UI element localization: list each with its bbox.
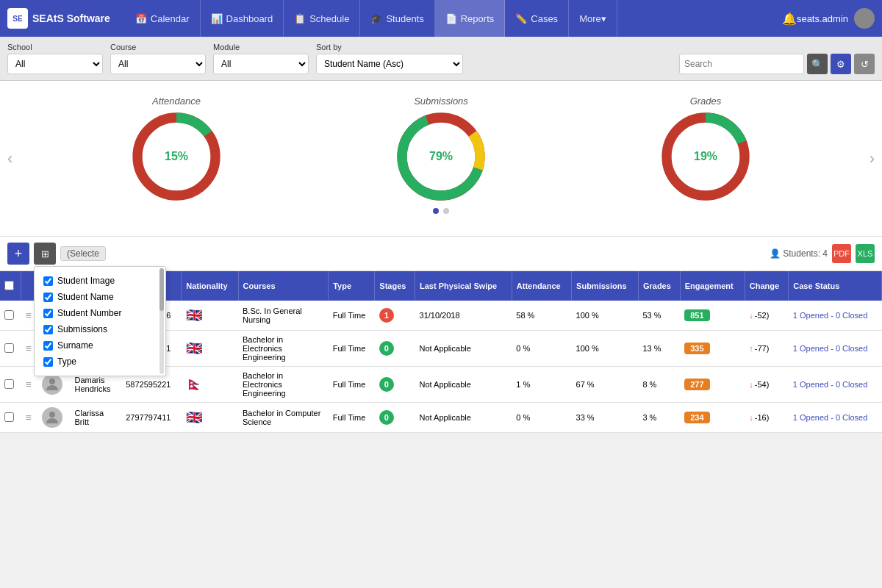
col-checkbox-student-image[interactable] [43, 276, 53, 286]
row-student-number: 2797797411 [121, 403, 182, 433]
col-checkbox-student-number[interactable] [43, 309, 53, 318]
carousel-next-button[interactable]: › [870, 149, 875, 168]
col-option-surname[interactable]: Surname [35, 337, 165, 354]
svg-point-9 [49, 379, 55, 384]
th-grades: Grades [638, 271, 680, 301]
col-option-student-image[interactable]: Student Image [35, 273, 165, 289]
sortby-filter-group: Sort by Student Name (Asc) [316, 43, 463, 74]
carousel-prev-button[interactable]: ‹ [7, 149, 12, 168]
nav-item-reports[interactable]: 📄 Reports [435, 0, 506, 37]
bell-icon[interactable]: 🔔 [782, 12, 797, 26]
toolbar: + ⊞ Student Image Student Name Student N… [0, 237, 882, 271]
nav-item-students[interactable]: 🎓 Students [360, 0, 434, 37]
search-button[interactable]: 🔍 [807, 54, 828, 74]
row-grades: 13 % [638, 331, 680, 367]
case-status-link[interactable]: 1 Opened - 0 Closed [793, 344, 868, 353]
selected-badge: (Selecte [60, 246, 106, 261]
row-engagement: 335 [680, 331, 745, 367]
col-option-student-name[interactable]: Student Name [35, 289, 165, 305]
row-stage: 0 [375, 331, 415, 367]
row-change: ↓ -54) [745, 367, 788, 403]
engagement-badge: 277 [684, 379, 709, 390]
row-checkbox[interactable] [4, 412, 14, 422]
case-status-link[interactable]: 1 Opened - 0 Closed [793, 413, 868, 422]
th-attendance: Attendance [512, 271, 571, 301]
nav-item-cases[interactable]: ✏️ Cases [505, 0, 569, 37]
nav-item-dashboard[interactable]: 📊 Dashboard [201, 0, 284, 37]
grades-donut: 19% [662, 112, 750, 201]
row-checkbox[interactable] [4, 379, 14, 389]
row-engagement: 851 [680, 301, 745, 331]
engagement-badge: 851 [684, 309, 709, 321]
nav-dashboard-label: Dashboard [226, 13, 273, 24]
col-option-student-number[interactable]: Student Number [35, 305, 165, 321]
change-number: -52) [755, 311, 770, 320]
pdf-button[interactable]: PDF [832, 244, 851, 263]
row-case-status: 1 Opened - 0 Closed [789, 403, 882, 433]
search-group: 🔍 ⚙ ↺ [679, 54, 875, 74]
row-avatar-cell [37, 403, 71, 433]
case-status-link[interactable]: 1 Opened - 0 Closed [793, 380, 868, 389]
carousel: ‹ Attendance 15% Submissions 79% [0, 81, 882, 237]
row-checkbox[interactable] [4, 343, 14, 353]
sortby-select[interactable]: Student Name (Asc) [316, 54, 463, 74]
nav-username: seats.admin [797, 13, 848, 24]
th-engagement: Engagement [680, 271, 745, 301]
col-checkbox-type[interactable] [43, 357, 53, 367]
stage-badge: 1 [379, 308, 394, 323]
select-all-checkbox[interactable] [4, 281, 14, 290]
brand: SE SEAtS Software [7, 8, 110, 29]
row-last-swipe: Not Applicable [415, 403, 512, 433]
row-grades: 3 % [638, 403, 680, 433]
filter-button[interactable]: ⚙ [831, 54, 851, 74]
row-checkbox-cell [0, 301, 21, 331]
col-label-student-number: Student Number [57, 308, 121, 318]
reset-button[interactable]: ↺ [854, 54, 875, 74]
col-checkbox-student-name[interactable] [43, 293, 53, 302]
th-change: Change [745, 271, 788, 301]
carousel-dots [44, 208, 838, 214]
change-value: ↓ -52) [749, 311, 784, 320]
col-checkbox-surname[interactable] [43, 341, 53, 351]
col-checkbox-submissions[interactable] [43, 325, 53, 334]
nav-item-schedule[interactable]: 📋 Schedule [284, 0, 360, 37]
th-case-status: Case Status [789, 271, 882, 301]
add-button[interactable]: + [7, 243, 29, 265]
col-option-type[interactable]: Type [35, 354, 165, 370]
change-number: -54) [755, 380, 770, 389]
school-select[interactable]: All [7, 54, 103, 74]
row-courses: B.Sc. In General Nursing [238, 301, 329, 331]
search-input[interactable] [679, 54, 804, 74]
schedule-icon: 📋 [294, 13, 306, 24]
dashboard-icon: 📊 [211, 13, 223, 24]
row-grades: 8 % [638, 367, 680, 403]
th-submissions: Submissions [572, 271, 639, 301]
engagement-badge: 335 [684, 343, 709, 354]
change-number: -16) [755, 413, 770, 422]
row-submissions: 100 % [572, 301, 639, 331]
carousel-dot-1[interactable] [433, 208, 439, 214]
row-stage: 0 [375, 367, 415, 403]
row-last-swipe: Not Applicable [415, 367, 512, 403]
carousel-dot-2[interactable] [443, 208, 449, 214]
nav-cases-label: Cases [531, 13, 558, 24]
th-stages: Stages [375, 271, 415, 301]
row-checkbox[interactable] [4, 310, 14, 320]
columns-button[interactable]: ⊞ [34, 243, 56, 265]
nav-item-more[interactable]: More▾ [569, 0, 617, 37]
col-option-submissions[interactable]: Submissions [35, 321, 165, 337]
nav-item-calendar[interactable]: 📅 Calendar [125, 0, 201, 37]
engagement-badge: 234 [684, 412, 709, 423]
case-status-link[interactable]: 1 Opened - 0 Closed [793, 311, 868, 320]
row-checkbox-cell [0, 403, 21, 433]
submissions-donut: 79% [397, 112, 485, 201]
toolbar-right: 👤 Students: 4 PDF XLS [770, 244, 875, 263]
module-select[interactable]: All [213, 54, 309, 74]
excel-button[interactable]: XLS [856, 244, 875, 263]
nav-more-label: More▾ [579, 13, 606, 24]
module-label: Module [213, 43, 309, 51]
change-number: -77) [755, 344, 770, 353]
change-arrow-icon: ↓ [749, 413, 753, 422]
course-select[interactable]: All [110, 54, 206, 74]
row-submissions: 67 % [572, 367, 639, 403]
